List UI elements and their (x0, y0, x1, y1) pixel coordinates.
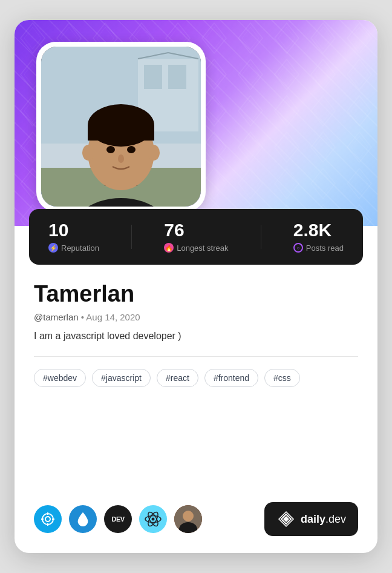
posts-label: ○ Posts read (293, 243, 344, 253)
social-icon-devto[interactable]: DEV (104, 505, 132, 533)
avatar-wrapper (36, 42, 206, 211)
profile-name: Tamerlan (34, 282, 358, 307)
svg-point-21 (45, 517, 50, 522)
social-icon-crosshair[interactable] (34, 505, 62, 533)
social-icons: DEV (34, 505, 202, 533)
social-icon-react[interactable] (139, 505, 167, 533)
streak-icon: 🔥 (164, 243, 174, 253)
stats-bar: 10 ⚡ Reputation 76 🔥 Longest streak 2.8K… (29, 209, 363, 265)
profile-joined: Aug 14, 2020 (86, 312, 140, 322)
posts-icon: ○ (293, 243, 303, 253)
daily-dev-text: daily.dev (301, 513, 346, 526)
reputation-label: ⚡ Reputation (48, 243, 99, 253)
svg-point-16 (127, 146, 136, 153)
profile-username: @tamerlan (34, 312, 79, 322)
stat-reputation: 10 ⚡ Reputation (48, 221, 99, 253)
stat-divider-2 (261, 225, 261, 249)
devto-label: DEV (111, 515, 124, 523)
profile-divider (34, 356, 358, 357)
posts-value: 2.8K (293, 221, 344, 239)
tags-section: #webdev #javascript #react #frontend #cs… (34, 369, 358, 387)
profile-meta: @tamerlan • Aug 14, 2020 (34, 312, 358, 322)
profile-body: Tamerlan @tamerlan • Aug 14, 2020 I am a… (15, 265, 377, 502)
svg-point-30 (152, 518, 155, 521)
svg-rect-5 (168, 65, 186, 89)
stat-streak: 76 🔥 Longest streak (164, 221, 228, 253)
svg-point-15 (106, 146, 115, 153)
tag-frontend[interactable]: #frontend (204, 369, 258, 387)
tag-react[interactable]: #react (157, 369, 198, 387)
svg-point-19 (148, 145, 160, 161)
stat-divider-1 (131, 225, 132, 249)
tag-webdev[interactable]: #webdev (34, 369, 86, 387)
profile-banner (15, 20, 377, 226)
svg-rect-4 (144, 65, 162, 89)
tag-javascript[interactable]: #javascript (92, 369, 151, 387)
reputation-value: 10 (48, 221, 99, 239)
streak-value: 76 (164, 221, 228, 239)
tag-css[interactable]: #css (264, 369, 300, 387)
profile-footer: DEV (15, 502, 377, 553)
daily-dev-logo-icon (276, 509, 296, 529)
svg-point-17 (118, 154, 124, 163)
svg-point-32 (183, 511, 194, 522)
svg-point-18 (82, 145, 94, 161)
daily-dev-badge: daily.dev (264, 502, 358, 536)
reputation-icon: ⚡ (48, 243, 58, 253)
svg-rect-14 (88, 125, 154, 141)
streak-label: 🔥 Longest streak (164, 243, 228, 253)
avatar (41, 47, 201, 207)
social-icon-waterdrop[interactable] (69, 505, 97, 533)
profile-card: 10 ⚡ Reputation 76 🔥 Longest streak 2.8K… (15, 20, 377, 553)
svg-point-20 (42, 514, 53, 525)
stat-posts: 2.8K ○ Posts read (293, 221, 344, 253)
profile-bio: I am a javascript loved developer ) (34, 331, 358, 342)
social-icon-avatar[interactable] (174, 505, 202, 533)
